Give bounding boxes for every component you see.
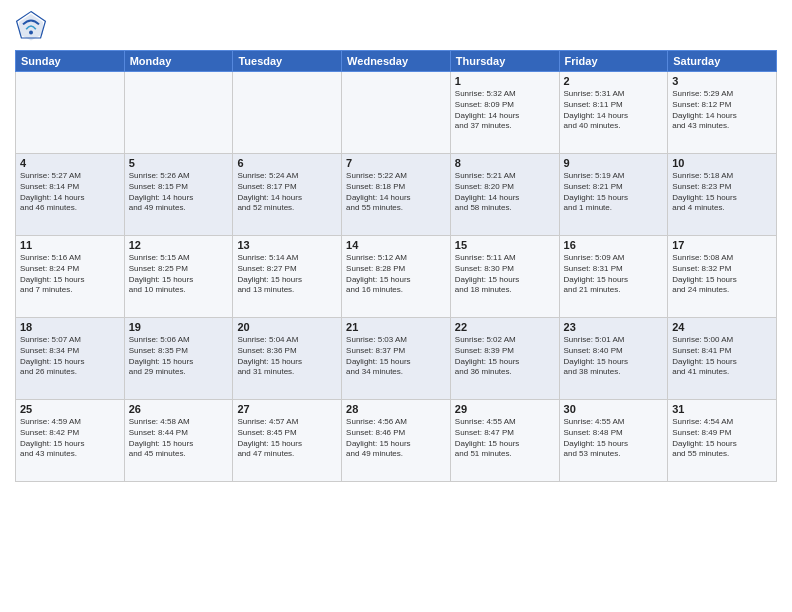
- header-row: SundayMondayTuesdayWednesdayThursdayFrid…: [16, 51, 777, 72]
- day-cell: 1Sunrise: 5:32 AM Sunset: 8:09 PM Daylig…: [450, 72, 559, 154]
- week-row-4: 18Sunrise: 5:07 AM Sunset: 8:34 PM Dayli…: [16, 318, 777, 400]
- day-info: Sunrise: 5:31 AM Sunset: 8:11 PM Dayligh…: [564, 89, 664, 132]
- day-info: Sunrise: 5:14 AM Sunset: 8:27 PM Dayligh…: [237, 253, 337, 296]
- day-cell: 25Sunrise: 4:59 AM Sunset: 8:42 PM Dayli…: [16, 400, 125, 482]
- day-number: 31: [672, 403, 772, 415]
- week-row-2: 4Sunrise: 5:27 AM Sunset: 8:14 PM Daylig…: [16, 154, 777, 236]
- day-cell: [16, 72, 125, 154]
- day-info: Sunrise: 5:08 AM Sunset: 8:32 PM Dayligh…: [672, 253, 772, 296]
- day-cell: 19Sunrise: 5:06 AM Sunset: 8:35 PM Dayli…: [124, 318, 233, 400]
- day-number: 18: [20, 321, 120, 333]
- day-cell: 29Sunrise: 4:55 AM Sunset: 8:47 PM Dayli…: [450, 400, 559, 482]
- day-cell: 4Sunrise: 5:27 AM Sunset: 8:14 PM Daylig…: [16, 154, 125, 236]
- day-cell: 24Sunrise: 5:00 AM Sunset: 8:41 PM Dayli…: [668, 318, 777, 400]
- day-info: Sunrise: 5:12 AM Sunset: 8:28 PM Dayligh…: [346, 253, 446, 296]
- day-number: 1: [455, 75, 555, 87]
- day-info: Sunrise: 4:57 AM Sunset: 8:45 PM Dayligh…: [237, 417, 337, 460]
- day-info: Sunrise: 5:16 AM Sunset: 8:24 PM Dayligh…: [20, 253, 120, 296]
- day-info: Sunrise: 5:29 AM Sunset: 8:12 PM Dayligh…: [672, 89, 772, 132]
- day-number: 13: [237, 239, 337, 251]
- day-cell: 17Sunrise: 5:08 AM Sunset: 8:32 PM Dayli…: [668, 236, 777, 318]
- day-info: Sunrise: 5:19 AM Sunset: 8:21 PM Dayligh…: [564, 171, 664, 214]
- day-cell: 13Sunrise: 5:14 AM Sunset: 8:27 PM Dayli…: [233, 236, 342, 318]
- day-number: 21: [346, 321, 446, 333]
- week-row-3: 11Sunrise: 5:16 AM Sunset: 8:24 PM Dayli…: [16, 236, 777, 318]
- day-number: 23: [564, 321, 664, 333]
- day-info: Sunrise: 5:09 AM Sunset: 8:31 PM Dayligh…: [564, 253, 664, 296]
- day-cell: 21Sunrise: 5:03 AM Sunset: 8:37 PM Dayli…: [342, 318, 451, 400]
- day-cell: 27Sunrise: 4:57 AM Sunset: 8:45 PM Dayli…: [233, 400, 342, 482]
- day-cell: 30Sunrise: 4:55 AM Sunset: 8:48 PM Dayli…: [559, 400, 668, 482]
- header: [15, 10, 777, 42]
- day-info: Sunrise: 4:56 AM Sunset: 8:46 PM Dayligh…: [346, 417, 446, 460]
- day-cell: 15Sunrise: 5:11 AM Sunset: 8:30 PM Dayli…: [450, 236, 559, 318]
- day-cell: 26Sunrise: 4:58 AM Sunset: 8:44 PM Dayli…: [124, 400, 233, 482]
- day-cell: 11Sunrise: 5:16 AM Sunset: 8:24 PM Dayli…: [16, 236, 125, 318]
- day-number: 30: [564, 403, 664, 415]
- day-cell: 9Sunrise: 5:19 AM Sunset: 8:21 PM Daylig…: [559, 154, 668, 236]
- day-info: Sunrise: 5:18 AM Sunset: 8:23 PM Dayligh…: [672, 171, 772, 214]
- day-cell: 18Sunrise: 5:07 AM Sunset: 8:34 PM Dayli…: [16, 318, 125, 400]
- header-day-friday: Friday: [559, 51, 668, 72]
- day-info: Sunrise: 5:00 AM Sunset: 8:41 PM Dayligh…: [672, 335, 772, 378]
- day-cell: [124, 72, 233, 154]
- day-info: Sunrise: 5:21 AM Sunset: 8:20 PM Dayligh…: [455, 171, 555, 214]
- day-number: 8: [455, 157, 555, 169]
- week-row-1: 1Sunrise: 5:32 AM Sunset: 8:09 PM Daylig…: [16, 72, 777, 154]
- header-day-monday: Monday: [124, 51, 233, 72]
- logo: [15, 10, 51, 42]
- day-cell: 28Sunrise: 4:56 AM Sunset: 8:46 PM Dayli…: [342, 400, 451, 482]
- day-number: 26: [129, 403, 229, 415]
- day-cell: 6Sunrise: 5:24 AM Sunset: 8:17 PM Daylig…: [233, 154, 342, 236]
- day-info: Sunrise: 5:27 AM Sunset: 8:14 PM Dayligh…: [20, 171, 120, 214]
- day-info: Sunrise: 4:54 AM Sunset: 8:49 PM Dayligh…: [672, 417, 772, 460]
- svg-point-2: [29, 30, 33, 34]
- day-info: Sunrise: 5:22 AM Sunset: 8:18 PM Dayligh…: [346, 171, 446, 214]
- day-info: Sunrise: 4:55 AM Sunset: 8:48 PM Dayligh…: [564, 417, 664, 460]
- day-info: Sunrise: 5:03 AM Sunset: 8:37 PM Dayligh…: [346, 335, 446, 378]
- header-day-saturday: Saturday: [668, 51, 777, 72]
- day-info: Sunrise: 5:15 AM Sunset: 8:25 PM Dayligh…: [129, 253, 229, 296]
- calendar-body: 1Sunrise: 5:32 AM Sunset: 8:09 PM Daylig…: [16, 72, 777, 482]
- day-info: Sunrise: 5:01 AM Sunset: 8:40 PM Dayligh…: [564, 335, 664, 378]
- day-cell: 2Sunrise: 5:31 AM Sunset: 8:11 PM Daylig…: [559, 72, 668, 154]
- day-number: 12: [129, 239, 229, 251]
- day-number: 2: [564, 75, 664, 87]
- day-number: 11: [20, 239, 120, 251]
- day-number: 14: [346, 239, 446, 251]
- calendar-table: SundayMondayTuesdayWednesdayThursdayFrid…: [15, 50, 777, 482]
- day-cell: 10Sunrise: 5:18 AM Sunset: 8:23 PM Dayli…: [668, 154, 777, 236]
- day-number: 10: [672, 157, 772, 169]
- day-number: 17: [672, 239, 772, 251]
- day-number: 6: [237, 157, 337, 169]
- day-number: 20: [237, 321, 337, 333]
- day-number: 25: [20, 403, 120, 415]
- day-number: 15: [455, 239, 555, 251]
- calendar-header: SundayMondayTuesdayWednesdayThursdayFrid…: [16, 51, 777, 72]
- day-cell: 14Sunrise: 5:12 AM Sunset: 8:28 PM Dayli…: [342, 236, 451, 318]
- day-number: 4: [20, 157, 120, 169]
- header-day-sunday: Sunday: [16, 51, 125, 72]
- svg-marker-0: [19, 14, 43, 40]
- day-info: Sunrise: 5:24 AM Sunset: 8:17 PM Dayligh…: [237, 171, 337, 214]
- day-info: Sunrise: 4:55 AM Sunset: 8:47 PM Dayligh…: [455, 417, 555, 460]
- day-info: Sunrise: 5:32 AM Sunset: 8:09 PM Dayligh…: [455, 89, 555, 132]
- page: SundayMondayTuesdayWednesdayThursdayFrid…: [0, 0, 792, 612]
- logo-icon: [15, 10, 47, 42]
- day-info: Sunrise: 4:59 AM Sunset: 8:42 PM Dayligh…: [20, 417, 120, 460]
- day-info: Sunrise: 4:58 AM Sunset: 8:44 PM Dayligh…: [129, 417, 229, 460]
- week-row-5: 25Sunrise: 4:59 AM Sunset: 8:42 PM Dayli…: [16, 400, 777, 482]
- day-info: Sunrise: 5:02 AM Sunset: 8:39 PM Dayligh…: [455, 335, 555, 378]
- day-cell: [233, 72, 342, 154]
- header-day-wednesday: Wednesday: [342, 51, 451, 72]
- day-cell: 22Sunrise: 5:02 AM Sunset: 8:39 PM Dayli…: [450, 318, 559, 400]
- day-cell: 8Sunrise: 5:21 AM Sunset: 8:20 PM Daylig…: [450, 154, 559, 236]
- day-number: 5: [129, 157, 229, 169]
- day-info: Sunrise: 5:06 AM Sunset: 8:35 PM Dayligh…: [129, 335, 229, 378]
- day-cell: 12Sunrise: 5:15 AM Sunset: 8:25 PM Dayli…: [124, 236, 233, 318]
- day-number: 19: [129, 321, 229, 333]
- day-info: Sunrise: 5:07 AM Sunset: 8:34 PM Dayligh…: [20, 335, 120, 378]
- day-cell: 31Sunrise: 4:54 AM Sunset: 8:49 PM Dayli…: [668, 400, 777, 482]
- day-number: 22: [455, 321, 555, 333]
- day-cell: 5Sunrise: 5:26 AM Sunset: 8:15 PM Daylig…: [124, 154, 233, 236]
